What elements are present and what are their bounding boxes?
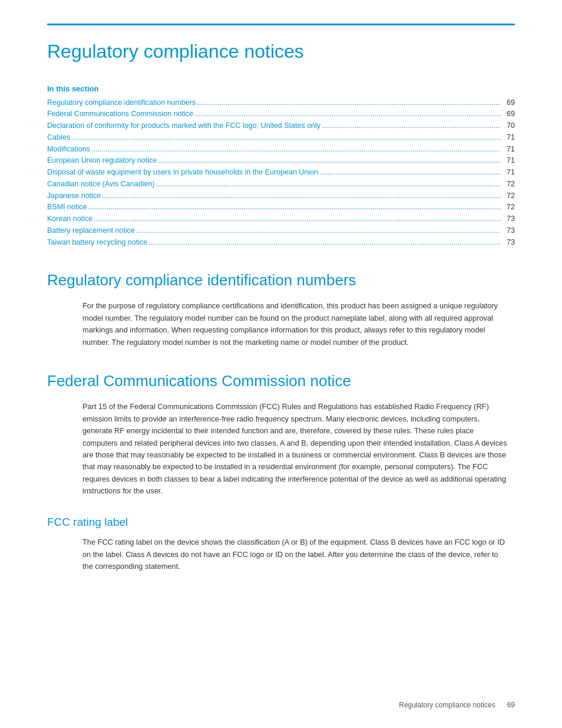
sub-heading-fcc-rating-label: FCC rating label — [47, 514, 515, 531]
toc-item-page: 69 — [501, 108, 515, 120]
toc-item[interactable]: European Union regulatory notice........… — [47, 155, 515, 166]
toc-item-title: Taiwan battery recycling notice — [47, 237, 147, 248]
toc-item-title: Canadian notice (Avis Canadien) — [47, 179, 155, 190]
toc-item-page: 71 — [501, 155, 515, 166]
toc-item-page: 72 — [501, 190, 515, 202]
toc-item-dots: ........................................… — [196, 97, 501, 108]
toc-item-page: 71 — [501, 144, 515, 155]
toc-item[interactable]: Modifications...........................… — [47, 144, 515, 155]
toc-item[interactable]: Korean notice...........................… — [47, 213, 515, 225]
toc-item-dots: ........................................… — [87, 202, 501, 213]
toc-item[interactable]: Canadian notice (Avis Canadien).........… — [47, 179, 515, 190]
toc-item-dots: ........................................… — [90, 144, 501, 155]
body-text-fcc-rating-label: The FCC rating label on the device shows… — [82, 536, 509, 572]
toc-item-page: 69 — [501, 97, 515, 108]
page: Regulatory compliance notices In this se… — [0, 0, 562, 728]
toc-item-dots: ........................................… — [92, 213, 501, 225]
toc-item-title: Battery replacement notice — [47, 225, 135, 236]
toc-item-title: Modifications — [47, 144, 90, 155]
toc-item-page: 71 — [501, 132, 515, 143]
toc-item[interactable]: Cables..................................… — [47, 132, 515, 143]
toc-item-page: 72 — [501, 202, 515, 213]
toc-item-page: 70 — [501, 120, 515, 131]
toc-item-title: Federal Communications Commission notice — [47, 108, 193, 120]
toc-item-dots: ........................................… — [318, 167, 501, 178]
toc-item-dots: ........................................… — [155, 179, 501, 190]
toc-item-dots: ........................................… — [147, 237, 501, 248]
footer-page-number: 69 — [507, 700, 515, 710]
toc-item-dots: ........................................… — [193, 108, 501, 120]
toc-item-title: Cables — [47, 132, 70, 143]
toc-item-dots: ........................................… — [70, 132, 501, 143]
toc-item[interactable]: Battery replacement notice..............… — [47, 225, 515, 236]
toc-item-dots: ........................................… — [320, 120, 501, 131]
section-heading-fcc-notice: Federal Communications Commission notice — [47, 370, 515, 393]
toc-item[interactable]: Federal Communications Commission notice… — [47, 108, 515, 120]
top-rule — [47, 24, 515, 25]
toc-section: In this section Regulatory compliance id… — [47, 83, 515, 248]
toc-item[interactable]: Declaration of conformity for products m… — [47, 120, 515, 131]
toc-item-title: Disposal of waste equipment by users in … — [47, 167, 318, 178]
footer-text: Regulatory compliance notices 69 — [399, 700, 515, 710]
section-heading-reg-compliance-id: Regulatory compliance identification num… — [47, 269, 515, 292]
toc-item-page: 72 — [501, 179, 515, 190]
body-text-reg-compliance-id: For the purpose of regulatory compliance… — [82, 300, 509, 348]
toc-item-page: 73 — [501, 237, 515, 248]
footer: Regulatory compliance notices 69 — [0, 700, 562, 710]
toc-item-title: Declaration of conformity for products m… — [47, 120, 320, 131]
in-this-section-label: In this section — [47, 83, 515, 95]
toc-item-page: 73 — [501, 225, 515, 236]
toc-item-title: Japanese notice — [47, 190, 101, 202]
toc-item[interactable]: Taiwan battery recycling notice.........… — [47, 237, 515, 248]
toc-item[interactable]: BSMI notice.............................… — [47, 202, 515, 213]
toc-item-title: BSMI notice — [47, 202, 87, 213]
body-text-fcc-notice: Part 15 of the Federal Communications Co… — [82, 401, 509, 498]
footer-section-label: Regulatory compliance notices — [399, 700, 495, 710]
toc-item[interactable]: Disposal of waste equipment by users in … — [47, 167, 515, 178]
toc-item-dots: ........................................… — [157, 155, 501, 166]
toc-item-dots: ........................................… — [135, 225, 501, 236]
toc-item-dots: ........................................… — [101, 190, 501, 202]
toc-item-page: 71 — [501, 167, 515, 178]
toc-item[interactable]: Regulatory compliance identification num… — [47, 97, 515, 108]
page-title: Regulatory compliance notices — [47, 37, 515, 65]
toc-item[interactable]: Japanese notice.........................… — [47, 190, 515, 202]
toc-item-title: Korean notice — [47, 213, 92, 225]
toc-container: Regulatory compliance identification num… — [47, 97, 515, 248]
toc-item-title: European Union regulatory notice — [47, 155, 157, 166]
toc-item-title: Regulatory compliance identification num… — [47, 97, 196, 108]
toc-item-page: 73 — [501, 213, 515, 225]
sections-container: Regulatory compliance identification num… — [47, 269, 515, 573]
